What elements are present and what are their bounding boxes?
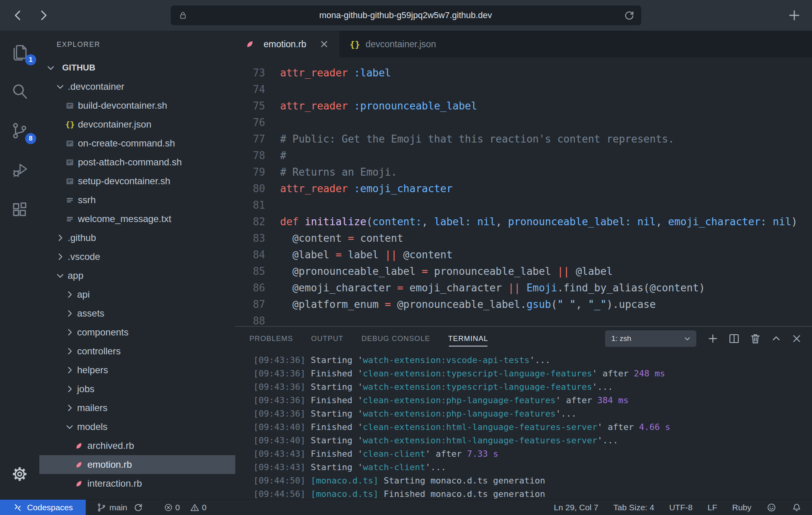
warning-count: 0: [202, 503, 207, 512]
tree-item-app[interactable]: app: [39, 266, 235, 285]
code-line-76[interactable]: 76: [235, 114, 812, 131]
terminal-line-3: [09:43:36] Starting 'watch-extension:typ…: [253, 380, 812, 394]
tree-item--devcontainer[interactable]: .devcontainer: [39, 77, 235, 96]
line-number: 80: [235, 180, 265, 197]
code-line-80[interactable]: 80attr_reader :emoji_character: [235, 180, 812, 197]
feedback-smiley-icon[interactable]: [766, 502, 777, 513]
settings-gear-button[interactable]: [8, 454, 31, 494]
trash-icon[interactable]: [749, 332, 762, 345]
bell-icon[interactable]: [792, 502, 802, 513]
code-editor[interactable]: 73attr_reader :label7475attr_reader :pro…: [235, 57, 812, 326]
eol[interactable]: LF: [707, 503, 717, 512]
tab-problems[interactable]: PROBLEMS: [249, 327, 293, 350]
terminal-output[interactable]: [09:43:36] Starting 'watch-extension:vsc…: [235, 350, 812, 499]
tree-root-github[interactable]: GITHUB: [39, 58, 235, 77]
tab-devcontainer-json[interactable]: {} devcontainer.json: [340, 31, 447, 57]
codespaces-label: Codespaces: [27, 503, 73, 512]
tree-item-archived-rb[interactable]: archived.rb: [39, 436, 235, 455]
panel-close-icon[interactable]: [791, 333, 803, 345]
explorer-badge: 1: [25, 54, 36, 65]
tree-item-welcome-message-txt[interactable]: welcome_message.txt: [39, 209, 235, 228]
encoding[interactable]: UTF-8: [669, 503, 693, 512]
chevron-right-icon: [65, 290, 77, 299]
cursor-position[interactable]: Ln 29, Col 7: [554, 503, 598, 512]
language-mode[interactable]: Ruby: [732, 503, 751, 512]
tree-item-components[interactable]: components: [39, 323, 235, 342]
line-number: 74: [235, 81, 265, 98]
tab-debug-console[interactable]: DEBUG CONSOLE: [362, 327, 430, 350]
shell-icon: [65, 158, 78, 167]
remote-icon: [13, 503, 22, 512]
tab-emotion-rb[interactable]: emotion.rb: [235, 31, 340, 57]
new-terminal-icon[interactable]: [707, 332, 719, 345]
tree-item-build-devcontainer-sh[interactable]: build-devcontainer.sh: [39, 96, 235, 115]
tree-item-emotion-rb[interactable]: emotion.rb: [39, 455, 235, 474]
tree-item-label: emotion.rb: [87, 459, 132, 470]
back-icon[interactable]: [11, 8, 25, 22]
code-line-83[interactable]: 83 @content = content: [235, 230, 812, 246]
gear-icon: [11, 465, 28, 483]
terminal-shell-select[interactable]: 1: zsh: [605, 330, 696, 347]
tree-item-helpers[interactable]: helpers: [39, 361, 235, 380]
sync-icon: [133, 502, 143, 513]
tab-output[interactable]: OUTPUT: [311, 327, 343, 350]
code-line-81[interactable]: 81: [235, 197, 812, 213]
chevron-right-icon: [56, 233, 68, 242]
code-line-87[interactable]: 87 @platform_enum = @pronounceable_label…: [235, 296, 812, 313]
tree-item-controllers[interactable]: controllers: [39, 342, 235, 361]
address-bar[interactable]: mona-github-github-g59jpq2w5w7.github.de…: [171, 6, 641, 25]
line-number: 79: [235, 164, 265, 180]
json-icon: {}: [65, 120, 78, 129]
chevron-right-icon: [65, 347, 77, 356]
close-icon[interactable]: [319, 39, 329, 49]
sidebar-item-run-debug[interactable]: [8, 150, 31, 190]
forward-icon[interactable]: [36, 8, 50, 22]
code-line-82[interactable]: 82def initialize(content:, label: nil, p…: [235, 213, 812, 230]
sync-button[interactable]: [133, 502, 143, 513]
code-line-86[interactable]: 86 @emoji_character = emoji_character ||…: [235, 280, 812, 296]
line-number: 87: [235, 296, 265, 313]
sidebar-item-explorer[interactable]: 1: [8, 32, 31, 72]
code-line-73[interactable]: 73attr_reader :label: [235, 65, 812, 81]
line-number: 81: [235, 197, 265, 213]
tab-size[interactable]: Tab Size: 4: [613, 503, 654, 512]
new-tab-icon[interactable]: [788, 9, 801, 22]
branch-indicator[interactable]: main: [97, 503, 127, 512]
tree-item-api[interactable]: api: [39, 285, 235, 304]
code-line-75[interactable]: 75attr_reader :pronounceable_label: [235, 98, 812, 114]
tree-item-mailers[interactable]: mailers: [39, 398, 235, 417]
code-line-78[interactable]: 78#: [235, 147, 812, 164]
code-line-88[interactable]: 88: [235, 313, 812, 326]
sidebar-item-search[interactable]: [8, 72, 31, 111]
panel-maximize-icon[interactable]: [770, 333, 782, 345]
tree-item--github[interactable]: .github: [39, 228, 235, 247]
split-terminal-icon[interactable]: [728, 332, 740, 345]
line-number: 77: [235, 131, 265, 147]
tree-item--vscode[interactable]: .vscode: [39, 247, 235, 266]
code-line-85[interactable]: 85 @pronounceable_label = pronounceable_…: [235, 263, 812, 280]
sidebar-item-source-control[interactable]: 8: [8, 111, 31, 150]
tree-item-jobs[interactable]: jobs: [39, 380, 235, 398]
tree-item-devcontainer-json[interactable]: {}devcontainer.json: [39, 115, 235, 134]
tree-item-interaction-rb[interactable]: interaction.rb: [39, 474, 235, 493]
tree-item-ssrh[interactable]: ssrh: [39, 191, 235, 209]
code-line-79[interactable]: 79# Returns an Emoji.: [235, 164, 812, 180]
tab-terminal[interactable]: TERMINAL: [448, 327, 488, 350]
codespaces-remote-button[interactable]: Codespaces: [0, 500, 86, 515]
code-line-74[interactable]: 74: [235, 81, 812, 98]
tree-item-setup-devcontainer-sh[interactable]: setup-devcontainer.sh: [39, 172, 235, 191]
tree-item-label: post-attach-command.sh: [78, 157, 182, 168]
tree-item-assets[interactable]: assets: [39, 304, 235, 323]
tree-item-post-attach-command-sh[interactable]: post-attach-command.sh: [39, 153, 235, 172]
chevron-right-icon: [65, 404, 77, 412]
tree-item-models[interactable]: models: [39, 417, 235, 436]
code-line-77[interactable]: 77# Public: Get the Emoji that this reac…: [235, 131, 812, 147]
refresh-icon[interactable]: [623, 9, 635, 21]
tree-item-on-create-command-sh[interactable]: on-create-command.sh: [39, 134, 235, 153]
code-line-84[interactable]: 84 @label = label || @content: [235, 246, 812, 263]
problems-indicator[interactable]: 0 0: [164, 503, 207, 512]
tree-item-label: .devcontainer: [68, 81, 124, 92]
line-number: 86: [235, 280, 265, 296]
sidebar-item-extensions[interactable]: [8, 190, 31, 229]
tree-item-label: setup-devcontainer.sh: [78, 176, 170, 187]
